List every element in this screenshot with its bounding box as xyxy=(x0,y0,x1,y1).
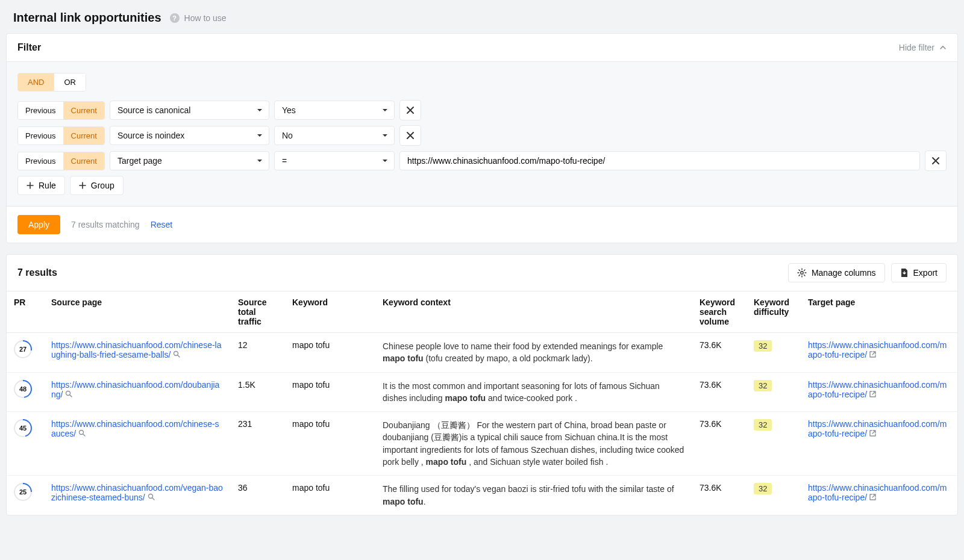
table-row: 25 https://www.chinasichuanfood.com/vega… xyxy=(7,476,957,515)
search-volume-cell: 73.6K xyxy=(692,333,746,373)
col-header-pr[interactable]: PR xyxy=(7,291,44,333)
svg-point-3 xyxy=(80,431,84,435)
pr-badge: 48 xyxy=(14,380,32,398)
apply-button[interactable]: Apply xyxy=(17,215,60,234)
rule-field-select[interactable]: Source is noindex xyxy=(110,126,269,145)
scope-current[interactable]: Current xyxy=(63,102,104,119)
rule-operator-value: Yes xyxy=(282,105,296,115)
pr-badge: 27 xyxy=(14,340,32,358)
col-header-difficulty[interactable]: Keyword difficulty xyxy=(746,291,801,333)
filter-title: Filter xyxy=(17,42,41,53)
source-page-link[interactable]: https://www.chinasichuanfood.com/chinese… xyxy=(51,340,221,359)
remove-rule-button[interactable] xyxy=(399,100,421,120)
source-page-link[interactable]: https://www.chinasichuanfood.com/vegan-b… xyxy=(51,483,223,502)
scope-previous[interactable]: Previous xyxy=(18,102,63,119)
rule-field-select[interactable]: Target page xyxy=(110,151,269,170)
scope-previous[interactable]: Previous xyxy=(18,127,63,145)
add-group-button[interactable]: Group xyxy=(70,176,124,195)
search-icon[interactable] xyxy=(65,390,72,399)
remove-rule-button[interactable] xyxy=(925,151,947,171)
rule-operator-select[interactable]: Yes xyxy=(274,101,395,120)
add-rule-button[interactable]: Rule xyxy=(17,176,65,195)
search-icon[interactable] xyxy=(78,429,86,438)
external-link-icon[interactable] xyxy=(869,350,876,359)
how-to-use-link[interactable]: ? How to use xyxy=(170,13,227,23)
caret-down-icon xyxy=(257,158,263,164)
export-icon xyxy=(900,268,909,278)
results-matching-text: 7 results matching xyxy=(71,220,140,229)
filter-rule-row: Previous Current Source is noindex No xyxy=(17,125,947,146)
close-icon xyxy=(931,157,940,165)
chevron-up-icon xyxy=(939,44,947,51)
rule-operator-select[interactable]: = xyxy=(274,151,395,170)
source-page-link[interactable]: https://www.chinasichuanfood.com/chinese… xyxy=(51,419,219,438)
caret-down-icon xyxy=(257,107,263,113)
scope-current[interactable]: Current xyxy=(63,127,104,145)
hide-filter-toggle[interactable]: Hide filter xyxy=(899,43,947,52)
target-page-link[interactable]: https://www.chinasichuanfood.com/mapo-to… xyxy=(808,340,947,359)
keyword-context-cell: Doubanjiang （豆瓣酱） For the western part o… xyxy=(375,412,692,476)
rule-field-value: Source is canonical xyxy=(117,105,190,115)
add-group-label: Group xyxy=(91,181,114,190)
keyword-context-cell: Chinese people love to name their food b… xyxy=(375,333,692,373)
external-link-icon[interactable] xyxy=(869,493,876,502)
caret-down-icon xyxy=(382,107,388,113)
svg-point-1 xyxy=(174,352,178,356)
source-traffic-cell: 1.5K xyxy=(231,372,285,412)
rule-value-input[interactable] xyxy=(399,151,920,170)
pr-badge: 45 xyxy=(14,419,32,437)
results-panel: 7 results Manage columns Export PR Sourc… xyxy=(6,254,958,515)
target-page-link[interactable]: https://www.chinasichuanfood.com/mapo-to… xyxy=(808,419,947,438)
col-header-target[interactable]: Target page xyxy=(801,291,957,333)
search-icon[interactable] xyxy=(173,350,180,359)
crawl-scope-toggle[interactable]: Previous Current xyxy=(17,101,105,120)
help-icon: ? xyxy=(170,13,180,23)
scope-current[interactable]: Current xyxy=(63,152,104,170)
page-header: Internal link opportunities ? How to use xyxy=(0,0,964,33)
results-table: PR Source page Source total traffic Keyw… xyxy=(7,291,957,515)
svg-point-0 xyxy=(801,272,803,274)
keyword-cell: mapo tofu xyxy=(285,476,375,515)
close-icon xyxy=(406,106,415,114)
external-link-icon[interactable] xyxy=(869,390,876,399)
filter-rule-row: Previous Current Target page = xyxy=(17,151,947,171)
col-header-volume[interactable]: Keyword search volume xyxy=(692,291,746,333)
manage-columns-button[interactable]: Manage columns xyxy=(788,263,885,282)
results-toolbar: Manage columns Export xyxy=(788,263,947,282)
keyword-cell: mapo tofu xyxy=(285,372,375,412)
col-header-keyword[interactable]: Keyword xyxy=(285,291,375,333)
keyword-cell: mapo tofu xyxy=(285,412,375,476)
target-page-link[interactable]: https://www.chinasichuanfood.com/mapo-to… xyxy=(808,380,947,399)
results-count: 7 results xyxy=(17,267,57,278)
close-icon xyxy=(406,131,415,140)
rule-operator-select[interactable]: No xyxy=(274,126,395,145)
source-traffic-cell: 231 xyxy=(231,412,285,476)
search-icon[interactable] xyxy=(148,493,155,502)
page-title: Internal link opportunities xyxy=(13,11,161,25)
keyword-cell: mapo tofu xyxy=(285,333,375,373)
crawl-scope-toggle[interactable]: Previous Current xyxy=(17,152,105,170)
crawl-scope-toggle[interactable]: Previous Current xyxy=(17,126,105,145)
rule-field-select[interactable]: Source is canonical xyxy=(110,101,269,120)
col-header-source[interactable]: Source page xyxy=(44,291,231,333)
col-header-stt[interactable]: Source total traffic xyxy=(231,291,285,333)
results-header: 7 results Manage columns Export xyxy=(7,255,957,291)
pr-badge: 25 xyxy=(14,483,32,501)
source-traffic-cell: 36 xyxy=(231,476,285,515)
external-link-icon[interactable] xyxy=(869,429,876,438)
search-volume-cell: 73.6K xyxy=(692,412,746,476)
scope-previous[interactable]: Previous xyxy=(18,152,63,170)
remove-rule-button[interactable] xyxy=(399,125,421,146)
export-button[interactable]: Export xyxy=(891,263,947,282)
col-header-context[interactable]: Keyword context xyxy=(375,291,692,333)
logic-and-button[interactable]: AND xyxy=(18,73,54,91)
logic-or-button[interactable]: OR xyxy=(54,73,86,91)
rule-operator-value: = xyxy=(282,156,287,166)
reset-link[interactable]: Reset xyxy=(151,220,173,229)
source-page-link[interactable]: https://www.chinasichuanfood.com/doubanj… xyxy=(51,380,219,399)
add-rule-label: Rule xyxy=(39,181,56,190)
difficulty-badge: 32 xyxy=(754,419,772,431)
filter-body: AND OR Previous Current Source is canoni… xyxy=(7,62,957,207)
table-row: 27 https://www.chinasichuanfood.com/chin… xyxy=(7,333,957,373)
target-page-link[interactable]: https://www.chinasichuanfood.com/mapo-to… xyxy=(808,483,947,502)
